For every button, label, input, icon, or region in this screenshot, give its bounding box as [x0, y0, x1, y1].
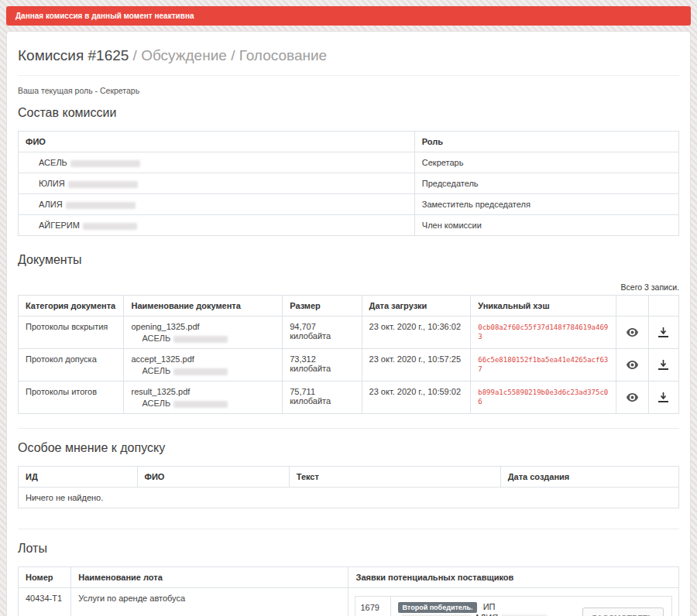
member-name-cell: АСЕЛЬ [19, 152, 415, 173]
doc-filename: result_1325.pdf [131, 387, 275, 396]
column-header-id: ИД [19, 467, 138, 488]
doc-author: АСЕЛЬ [142, 366, 170, 375]
member-name-cell: ЮЛИЯ [19, 173, 415, 194]
doc-hash-cell: 66c5e8180152f1ba5ea41e4265acf637 [471, 349, 616, 382]
download-document-button[interactable] [657, 391, 670, 404]
lots-heading: Лоты [18, 542, 679, 556]
download-icon [658, 392, 668, 402]
column-header-category: Категория документа [19, 296, 124, 317]
opinions-heading: Особое мнение к допуску [18, 441, 679, 455]
composition-heading: Состав комиссии [18, 106, 679, 120]
doc-filename: opening_1325.pdf [131, 322, 275, 331]
main-card: Комиссия #1625 / Обсуждение / Голосовани… [6, 31, 691, 616]
application-supplier-line: Второй победитель. ИПАЛИЯ [398, 602, 567, 616]
doc-view-cell [616, 382, 648, 414]
supplier-name: АЛИЯ [474, 613, 498, 616]
doc-view-cell [616, 317, 648, 349]
column-header-docname: Наименование документа [124, 296, 283, 317]
lot-number: 40434-Т1 [19, 588, 71, 616]
winner-badge: Второй победитель. [398, 602, 476, 613]
page-title: Комиссия #1625 / Обсуждение / Голосовани… [18, 32, 679, 76]
column-header-view [616, 296, 648, 317]
table-row: 40434-Т1 Услуги по аренде автобуса 1679 … [19, 588, 679, 616]
doc-author: АСЕЛЬ [142, 399, 170, 408]
doc-date: 23 окт. 2020 г., 10:59:02 [362, 382, 471, 414]
member-name-cell: АЙГЕРИМ [19, 215, 415, 236]
doc-hash-cell: b899a1c55890219b0e3d6c23ad375c06 [471, 382, 616, 414]
composition-table: ФИО Роль АСЕЛЬ Секретарь ЮЛИЯ Председате… [18, 131, 679, 236]
column-header-number: Номер [19, 567, 71, 588]
member-name-cell: АЛИЯ [19, 194, 415, 215]
view-document-button[interactable] [625, 392, 640, 403]
doc-hash: b899a1c55890219b0e3d6c23ad375c06 [478, 388, 608, 406]
redacted-surname [83, 223, 137, 230]
view-document-button[interactable] [625, 327, 640, 338]
member-role-cell: Заместитель председателя [414, 194, 678, 215]
doc-date: 23 окт. 2020 г., 10:57:25 [362, 349, 471, 382]
table-row: Ничего не найдено. [19, 488, 679, 508]
application-action-cell: РАССМОТРЕТЬ [575, 597, 671, 616]
review-application-button[interactable]: РАССМОТРЕТЬ [582, 607, 664, 616]
doc-size: 73,312 килобайта [283, 349, 362, 382]
column-header-text: Текст [289, 467, 500, 488]
table-row: Протоколы вскрытия opening_1325.pdf АСЕЛ… [19, 317, 679, 349]
doc-name-cell: result_1325.pdf АСЕЛЬ [124, 382, 283, 414]
member-role-cell: Секретарь [414, 152, 678, 173]
opinions-table: ИД ФИО Текст Дата создания Ничего не най… [18, 466, 679, 508]
redacted-surname [173, 368, 228, 375]
table-header-row: ИД ФИО Текст Дата создания [19, 467, 679, 488]
breadcrumb: / Обсуждение / Голосование [133, 47, 328, 63]
page: Данная комиссия в данный момент неактивн… [0, 0, 697, 616]
doc-hash-cell: 0cb08a2f60c55f37d148f784619a4693 [471, 317, 616, 349]
documents-total-note: Всего 3 записи. [18, 282, 679, 292]
redacted-surname [70, 160, 140, 167]
view-document-button[interactable] [625, 359, 640, 371]
lots-table: Номер Наименование лота Заявки потенциал… [18, 566, 679, 616]
doc-author: АСЕЛЬ [142, 334, 170, 343]
table-row: Протоколы итогов result_1325.pdf АСЕЛЬ 7… [19, 382, 679, 414]
doc-download-cell [648, 382, 678, 414]
table-row: АЙГЕРИМ Член комиссии [19, 215, 679, 236]
doc-author-line: АСЕЛЬ [131, 399, 275, 408]
table-row: АЛИЯ Заместитель председателя [19, 194, 679, 215]
column-header-lotname: Наименование лота [71, 567, 348, 588]
column-header-hash: Уникальный хэш [471, 296, 616, 317]
banner-text: Данная комиссия в данный момент неактивн… [15, 12, 194, 20]
download-icon [658, 360, 668, 370]
doc-size: 75,711 килобайта [283, 382, 362, 414]
member-role-cell: Председатель [414, 173, 678, 194]
column-header-applications: Заявки потенциальных поставщиков [348, 567, 679, 588]
download-document-button[interactable] [657, 326, 670, 339]
doc-category: Протокол допуска [19, 349, 124, 382]
redacted-surname [173, 401, 228, 408]
section-divider [18, 529, 679, 529]
doc-hash: 0cb08a2f60c55f37d148f784619a4693 [478, 323, 608, 341]
table-row: АСЕЛЬ Секретарь [19, 152, 679, 173]
column-header-size: Размер [283, 296, 362, 317]
eye-icon [627, 393, 638, 402]
column-header-fio: ФИО [19, 132, 415, 152]
member-name: АЛИЯ [39, 200, 63, 209]
member-name: АЙГЕРИМ [39, 221, 80, 230]
redacted-surname [68, 181, 138, 188]
doc-filename: accept_1325.pdf [131, 354, 275, 364]
doc-category: Протоколы вскрытия [19, 317, 124, 349]
section-divider [18, 428, 679, 429]
table-header-row: ФИО Роль [19, 132, 679, 152]
doc-name-cell: opening_1325.pdf АСЕЛЬ [124, 317, 283, 349]
doc-author-line: АСЕЛЬ [131, 334, 275, 343]
lot-name: Услуги по аренде автобуса [71, 588, 348, 616]
column-header-role: Роль [414, 132, 678, 152]
doc-hash: 66c5e8180152f1ba5ea41e4265acf637 [478, 356, 608, 373]
doc-category: Протоколы итогов [19, 382, 124, 414]
doc-author-line: АСЕЛЬ [131, 366, 275, 375]
doc-date: 23 окт. 2020 г., 10:36:02 [362, 317, 471, 349]
documents-table: Категория документа Наименование докумен… [18, 295, 679, 414]
doc-download-cell [648, 317, 678, 349]
doc-size: 94,707 килобайта [283, 317, 362, 349]
download-document-button[interactable] [657, 358, 670, 371]
lot-applications-cell: 1679 Второй победитель. ИПАЛИЯ Решение п… [348, 588, 679, 616]
doc-view-cell [616, 349, 648, 382]
member-name: АСЕЛЬ [39, 158, 67, 167]
download-icon [658, 327, 668, 337]
